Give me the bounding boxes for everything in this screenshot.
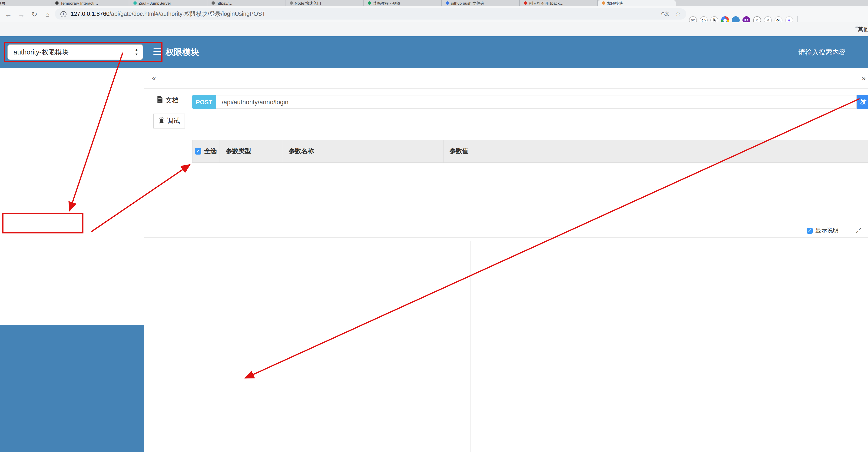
- tab-overflow-icon[interactable]: »: [862, 68, 866, 88]
- response-divider: [144, 237, 868, 238]
- browser-tab-strip: 首页 - 登录页Temporary Interacti…Zuul - JumpS…: [0, 0, 868, 6]
- tab-title: Zuul - JumpServer: [138, 0, 171, 6]
- tab-favicon: [368, 1, 371, 5]
- show-desc-checkbox[interactable]: ✓: [807, 228, 813, 234]
- col-param-name: 参数名称: [283, 140, 443, 163]
- header-search-input[interactable]: 请输入搜索内容: [799, 36, 846, 68]
- tab-favicon: [55, 1, 59, 5]
- hamburger-icon[interactable]: [153, 49, 161, 49]
- module-select-value: authority-权限模块: [13, 48, 69, 57]
- browser-tab[interactable]: https://…: [207, 0, 285, 6]
- params-table: ✓ 全选 参数类型 参数名称 参数值: [192, 140, 868, 163]
- tab-favicon: [602, 1, 605, 5]
- params-header-row: ✓ 全选 参数类型 参数名称 参数值: [192, 140, 868, 163]
- select-all-checkbox[interactable]: ✓: [195, 148, 201, 154]
- doc-icon: [157, 96, 163, 105]
- method-badge: POST: [192, 95, 216, 109]
- fullscreen-icon[interactable]: ↗↙: [856, 228, 862, 234]
- page-title: 权限模块: [165, 36, 199, 68]
- browser-toolbar: ← → ↻ ⌂ i 127.0.0.1:8760/api/gate/doc.ht…: [0, 6, 868, 23]
- content-tab-bar: «: [144, 68, 868, 89]
- tab-doc[interactable]: 文档: [157, 96, 179, 105]
- url-text: 127.0.0.1:8760/api/gate/doc.html#/author…: [71, 10, 266, 18]
- show-desc-toggle[interactable]: ✓ 显示说明: [807, 227, 839, 235]
- browser-tab[interactable]: github push 文件夹: [442, 0, 520, 6]
- red-arrow-select-to-post: [70, 53, 123, 210]
- tab-title: Temporary Interacti…: [60, 0, 98, 6]
- tab-favicon: [446, 1, 449, 5]
- sidebar-fill: [0, 325, 144, 452]
- forward-icon[interactable]: →: [16, 6, 27, 22]
- browser-tab[interactable]: 菜鸟教程 - 视频: [364, 0, 442, 6]
- browser-tab[interactable]: Node 快速入门: [285, 0, 364, 6]
- bookmarks-bar: [0, 22, 868, 36]
- endpoint-url-input[interactable]: /api/authority/anno/login: [216, 95, 857, 109]
- col-param-type: 参数类型: [219, 140, 283, 163]
- home-icon[interactable]: ⌂: [42, 6, 53, 22]
- response-status: ✓ 显示说明 ↗↙: [807, 224, 862, 237]
- browser-tab[interactable]: Zuul - JumpServer: [129, 0, 207, 6]
- doc-tab-label: 文档: [165, 96, 179, 105]
- tab-title: Node 快速入门: [295, 0, 321, 6]
- select-all-label: 全选: [204, 147, 217, 156]
- tab-debug[interactable]: 调试: [153, 114, 185, 129]
- screen: 首页 - 登录页Temporary Interacti…Zuul - JumpS…: [0, 0, 868, 452]
- translate-page-icon[interactable]: G文: [661, 8, 670, 20]
- bookmark-star-icon[interactable]: ☆: [675, 8, 681, 20]
- red-box-post-login: [3, 214, 83, 233]
- other-bookmarks[interactable]: 其他书签: [856, 22, 868, 36]
- other-bookmarks-label: 其他书签: [858, 25, 868, 33]
- tab-favicon: [290, 1, 293, 5]
- browser-tab[interactable]: 权限模块: [598, 0, 676, 6]
- debug-icon: [158, 117, 164, 125]
- site-info-icon[interactable]: i: [60, 11, 66, 17]
- tab-favicon: [524, 1, 527, 5]
- show-desc-label: 显示说明: [815, 227, 839, 235]
- chrome-center: [723, 18, 727, 22]
- browser-tab[interactable]: Temporary Interacti…: [51, 0, 129, 6]
- tab-title: github push 文件夹: [451, 0, 485, 6]
- back-icon[interactable]: ←: [3, 6, 14, 22]
- annotation-separator: [470, 241, 471, 452]
- hamburger-icon-bar[interactable]: [153, 54, 161, 55]
- select-arrows-icon: ▲▼: [135, 48, 138, 57]
- browser-tab[interactable]: 首页 - 登录页: [0, 0, 51, 6]
- debug-tab-label: 调试: [167, 117, 180, 125]
- tab-title: 首页 - 登录页: [0, 0, 6, 6]
- hamburger-icon-bar[interactable]: [153, 51, 161, 52]
- tab-title: 权限模块: [607, 0, 623, 6]
- tab-title: https://…: [217, 0, 232, 6]
- response-body-editor[interactable]: [192, 239, 868, 452]
- col-param-value: 参数值: [443, 140, 868, 163]
- module-select[interactable]: authority-权限模块 ▲▼: [7, 44, 143, 60]
- browser-tab[interactable]: 别人打不开 (pack…: [520, 0, 598, 6]
- tab-title: 别人打不开 (pack…: [529, 0, 563, 6]
- send-button[interactable]: 发: [857, 95, 868, 109]
- reload-icon[interactable]: ↻: [29, 6, 40, 22]
- tab-favicon: [212, 1, 215, 5]
- tab-favicon: [133, 1, 137, 5]
- red-arrow-post-to-table: [91, 165, 190, 232]
- url-bar[interactable]: i 127.0.0.1:8760/api/gate/doc.html#/auth…: [55, 8, 686, 20]
- tab-title: 菜鸟教程 - 视频: [373, 0, 400, 6]
- collapse-sidebar-icon[interactable]: «: [144, 68, 164, 88]
